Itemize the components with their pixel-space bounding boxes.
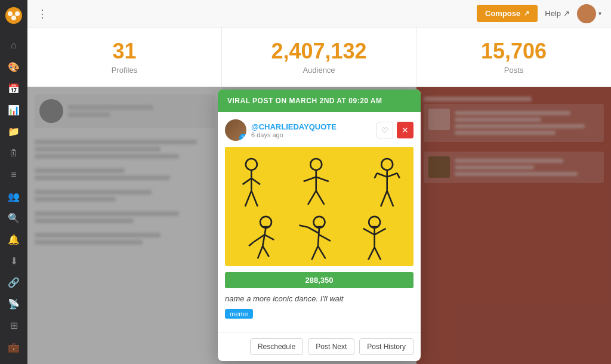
- help-button[interactable]: Help ↗: [545, 9, 570, 18]
- topbar-right: Compose ↗ Help ↗ ▾: [477, 4, 601, 23]
- post-header: 𝕏 @CHARLIEDAYQUOTE 6 days ago ♡ ✕: [225, 119, 413, 141]
- post-actions: ♡ ✕: [377, 122, 413, 138]
- posts-number: 15,706: [428, 39, 599, 63]
- help-label: Help: [545, 9, 561, 18]
- svg-point-1: [8, 11, 13, 16]
- post-author: 𝕏 @CHARLIEDAYQUOTE 6 days ago: [225, 119, 337, 141]
- sidebar-link-icon[interactable]: 🔗: [3, 274, 24, 292]
- user-avatar[interactable]: [577, 4, 596, 23]
- modal-header: VIRAL POST ON MARCH 2ND AT 09:20 AM: [218, 90, 421, 112]
- engagement-bar: 288,350: [225, 272, 413, 288]
- menu-dots-button[interactable]: ⋮: [37, 7, 48, 20]
- profiles-number: 31: [39, 39, 209, 63]
- modal-title: VIRAL POST ON MARCH 2ND AT 09:20 AM: [227, 97, 382, 105]
- sidebar-schedule-icon[interactable]: 🗓: [3, 144, 24, 162]
- sidebar-home-icon[interactable]: ⌂: [3, 36, 24, 54]
- audience-number: 2,407,132: [234, 39, 404, 63]
- modal-body: 𝕏 @CHARLIEDAYQUOTE 6 days ago ♡ ✕: [218, 112, 421, 332]
- post-username: @CHARLIEDAYQUOTE: [251, 122, 337, 131]
- stat-profiles: 31 Profiles: [27, 27, 222, 87]
- avatar-dropdown[interactable]: ▾: [577, 4, 601, 23]
- sidebar: ⌂ 🎨 📅 📊 📁 🗓 ≡ 👥 🔍 🔔 ⬇ 🔗 📡 ⊞ 💼: [0, 0, 27, 364]
- post-image: [225, 147, 413, 266]
- modal-footer: Reschedule Post Next Post History: [218, 332, 421, 361]
- post-tag: meme: [225, 309, 253, 319]
- dropdown-chevron-icon: ▾: [598, 10, 601, 17]
- sidebar-search-icon[interactable]: 🔍: [3, 209, 24, 227]
- sidebar-bell-icon[interactable]: 🔔: [3, 230, 24, 248]
- post-next-button[interactable]: Post Next: [308, 338, 354, 355]
- compose-external-icon: ↗: [524, 10, 529, 17]
- post-text: name a more iconic dance. I'll wait: [225, 294, 413, 303]
- heart-button[interactable]: ♡: [377, 122, 393, 138]
- sidebar-rss-icon[interactable]: 📡: [3, 295, 24, 313]
- twitter-icon: 𝕏: [239, 134, 246, 141]
- post-time: 6 days ago: [251, 131, 337, 138]
- delete-button[interactable]: ✕: [397, 122, 413, 138]
- sidebar-chart-icon[interactable]: 📊: [3, 101, 24, 119]
- sidebar-list-icon[interactable]: ≡: [3, 166, 24, 184]
- help-icon: ↗: [563, 9, 570, 18]
- modal-overlay[interactable]: VIRAL POST ON MARCH 2ND AT 09:20 AM 𝕏: [27, 87, 611, 364]
- svg-point-3: [11, 16, 16, 20]
- stats-row: 31 Profiles 2,407,132 Audience 15,706 Po…: [27, 27, 611, 87]
- dance-figures-svg: [225, 147, 413, 266]
- sidebar-palette-icon[interactable]: 🎨: [3, 58, 24, 76]
- sidebar-grid-icon[interactable]: ⊞: [3, 317, 24, 335]
- stat-posts: 15,706 Posts: [416, 27, 611, 87]
- main-content: ⋮ Compose ↗ Help ↗ ▾: [27, 0, 611, 364]
- sidebar-download-icon[interactable]: ⬇: [3, 252, 24, 270]
- reschedule-button[interactable]: Reschedule: [250, 338, 303, 355]
- posts-label: Posts: [428, 66, 599, 75]
- stat-audience: 2,407,132 Audience: [222, 27, 416, 87]
- sidebar-folder-icon[interactable]: 📁: [3, 123, 24, 141]
- sidebar-briefcase-icon[interactable]: 💼: [3, 338, 24, 356]
- compose-button[interactable]: Compose ↗: [477, 5, 538, 22]
- topbar: ⋮ Compose ↗ Help ↗ ▾: [27, 0, 611, 27]
- svg-point-2: [15, 11, 20, 16]
- post-author-info: @CHARLIEDAYQUOTE 6 days ago: [251, 122, 337, 138]
- profiles-label: Profiles: [39, 66, 209, 75]
- post-avatar: 𝕏: [225, 119, 246, 141]
- content-area: VIRAL POST ON MARCH 2ND AT 09:20 AM 𝕏: [27, 87, 611, 364]
- compose-label: Compose: [485, 9, 520, 18]
- app-logo[interactable]: [4, 6, 23, 25]
- svg-point-5: [579, 16, 594, 23]
- topbar-left: ⋮: [37, 7, 48, 20]
- audience-label: Audience: [234, 66, 404, 75]
- sidebar-calendar-icon[interactable]: 📅: [3, 79, 24, 97]
- viral-post-modal: VIRAL POST ON MARCH 2ND AT 09:20 AM 𝕏: [218, 90, 421, 361]
- post-history-button[interactable]: Post History: [359, 338, 413, 355]
- svg-point-4: [582, 7, 591, 16]
- sidebar-users-icon[interactable]: 👥: [3, 187, 24, 205]
